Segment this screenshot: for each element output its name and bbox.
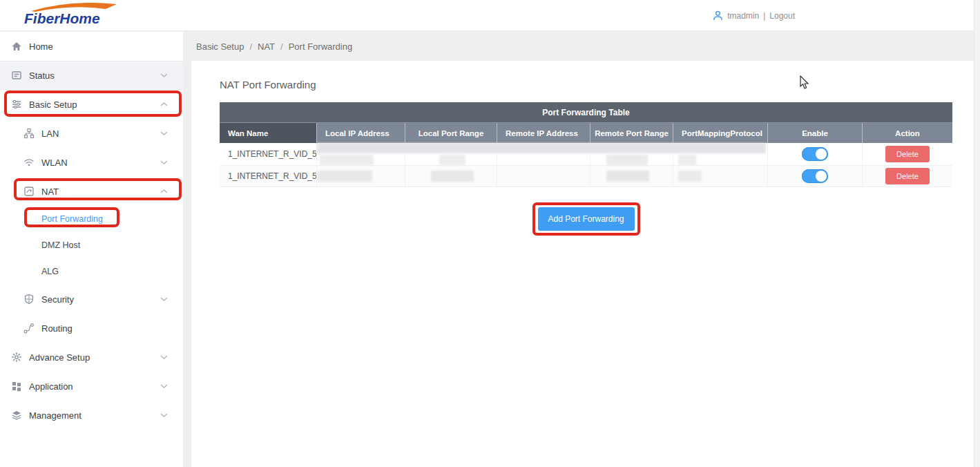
redacted-cell xyxy=(316,143,405,165)
sidebar-item-label: NAT xyxy=(41,187,59,197)
sidebar-item-alg[interactable]: ALG xyxy=(0,258,183,285)
enable-toggle[interactable] xyxy=(802,147,828,161)
sidebar-item-label: LAN xyxy=(41,128,59,139)
sidebar-gutter xyxy=(183,32,191,467)
sidebar-item-label: Management xyxy=(29,410,81,421)
redacted-cell xyxy=(405,166,497,187)
redacted-cell xyxy=(316,166,405,187)
column-header-enable: Enable xyxy=(767,123,862,143)
sidebar-item-label: Status xyxy=(29,70,55,81)
logo-text: FiberHome xyxy=(24,10,100,27)
chevron-up-icon[interactable] xyxy=(160,102,168,107)
gear-icon xyxy=(10,352,22,363)
sidebar-item-label: Application xyxy=(29,381,73,392)
page-title: NAT Port Forwarding xyxy=(191,61,974,90)
redacted-cell xyxy=(673,166,767,187)
page-scrollbar[interactable] xyxy=(974,0,980,467)
page: FiberHome tmadmin | Logout HomeStatusBas… xyxy=(0,0,980,467)
user-block: tmadmin | Logout xyxy=(713,0,795,31)
column-header-local-ip-address: Local IP Address xyxy=(316,123,405,143)
breadcrumb-separator: / xyxy=(249,41,252,52)
sidebar: HomeStatusBasic SetupLANWLANNATPort Forw… xyxy=(0,32,183,467)
breadcrumb: Basic Setup/NAT/Port Forwarding xyxy=(191,32,980,61)
chevron-down-icon[interactable] xyxy=(160,355,168,360)
column-header-wan-name: Wan Name xyxy=(220,123,316,143)
sidebar-item-application[interactable]: Application xyxy=(0,372,183,401)
breadcrumb-item-nat[interactable]: NAT xyxy=(258,41,275,52)
table-header-row: Wan NameLocal IP AddressLocal Port Range… xyxy=(220,123,952,143)
action-cell: Delete xyxy=(862,166,952,187)
lan-icon xyxy=(23,128,35,140)
sidebar-item-nat[interactable]: NAT xyxy=(0,177,183,206)
delete-button[interactable]: Delete xyxy=(885,146,930,162)
add-port-forwarding-button[interactable]: Add Port Forwarding xyxy=(538,207,635,231)
table-row: 1_INTERNET_R_VID_500Delete xyxy=(220,166,952,187)
redacted-cell xyxy=(673,143,767,165)
user-separator: | xyxy=(763,11,765,21)
nat-icon xyxy=(23,186,35,198)
chevron-down-icon[interactable] xyxy=(160,73,168,78)
sidebar-item-label: Basic Setup xyxy=(29,99,77,110)
sidebar-item-status[interactable]: Status xyxy=(0,61,183,90)
sidebar-item-security[interactable]: Security xyxy=(0,285,183,314)
fiberhome-logo: FiberHome xyxy=(24,3,121,28)
logout-link[interactable]: Logout xyxy=(769,11,795,21)
sidebar-item-label: Routing xyxy=(41,323,73,334)
chevron-down-icon[interactable] xyxy=(160,384,168,389)
sidebar-item-management[interactable]: Management xyxy=(0,401,183,430)
chevron-down-icon[interactable] xyxy=(160,413,168,418)
sidebar-item-home[interactable]: Home xyxy=(0,32,183,61)
enable-cell xyxy=(767,143,862,165)
column-header-portmappingprotocol: PortMappingProtocol xyxy=(673,123,767,143)
table-title: Port Forwarding Table xyxy=(220,102,952,123)
sidebar-item-label: Advance Setup xyxy=(29,352,90,363)
port-forwarding-table: Port Forwarding Table Wan NameLocal IP A… xyxy=(220,102,952,187)
sliders-icon xyxy=(10,99,22,111)
sidebar-item-label: DMZ Host xyxy=(41,240,80,250)
sidebar-item-routing[interactable]: Routing xyxy=(0,314,183,343)
column-header-remote-ip-address: Remote IP Address xyxy=(497,123,590,143)
enable-toggle[interactable] xyxy=(802,169,828,183)
column-header-local-port-range: Local Port Range xyxy=(405,123,497,143)
redacted-cell xyxy=(497,143,590,165)
layers-icon xyxy=(10,410,22,421)
sidebar-item-lan[interactable]: LAN xyxy=(0,119,183,148)
sidebar-item-port-forwarding[interactable]: Port Forwarding xyxy=(0,206,183,232)
status-icon xyxy=(10,70,22,82)
wan-name-cell: 1_INTERNET_R_VID_500 xyxy=(220,166,316,187)
sidebar-item-basic-setup[interactable]: Basic Setup xyxy=(0,90,183,119)
sidebar-item-label: Home xyxy=(29,41,53,52)
table-body: 1_INTERNET_R_VID_500Delete1_INTERNET_R_V… xyxy=(220,143,952,187)
content-card: NAT Port Forwarding Port Forwarding Tabl… xyxy=(191,61,974,467)
delete-button[interactable]: Delete xyxy=(885,168,930,184)
redacted-cell xyxy=(497,166,590,187)
sidebar-item-label: ALG xyxy=(41,267,59,276)
username: tmadmin xyxy=(727,11,759,21)
top-header: FiberHome tmadmin | Logout xyxy=(0,0,980,31)
table-row: 1_INTERNET_R_VID_500Delete xyxy=(220,143,952,166)
breadcrumb-item-port-forwarding[interactable]: Port Forwarding xyxy=(289,41,352,52)
chevron-down-icon[interactable] xyxy=(160,297,168,302)
user-icon xyxy=(713,10,723,21)
enable-cell xyxy=(767,166,862,187)
column-header-remote-port-range: Remote Port Range xyxy=(590,123,673,143)
sidebar-item-wlan[interactable]: WLAN xyxy=(0,148,183,177)
apps-icon xyxy=(10,381,22,392)
column-header-action: Action xyxy=(862,123,952,143)
main-area: Basic Setup/NAT/Port Forwarding NAT Port… xyxy=(191,32,980,467)
sidebar-item-label: WLAN xyxy=(41,158,68,168)
sidebar-item-advance-setup[interactable]: Advance Setup xyxy=(0,343,183,372)
home-icon xyxy=(10,41,22,53)
redacted-cell xyxy=(405,143,497,165)
shield-icon xyxy=(23,294,35,305)
wifi-icon xyxy=(23,157,35,169)
chevron-down-icon[interactable] xyxy=(160,160,168,165)
breadcrumb-item-basic-setup[interactable]: Basic Setup xyxy=(196,41,244,52)
chevron-up-icon[interactable] xyxy=(160,189,168,194)
wan-name-cell: 1_INTERNET_R_VID_500 xyxy=(220,143,316,165)
sidebar-item-dmz-host[interactable]: DMZ Host xyxy=(0,232,183,258)
chevron-down-icon[interactable] xyxy=(160,131,168,136)
sidebar-item-label: Security xyxy=(41,294,74,305)
breadcrumb-separator: / xyxy=(280,41,283,52)
redacted-cell xyxy=(590,143,673,165)
